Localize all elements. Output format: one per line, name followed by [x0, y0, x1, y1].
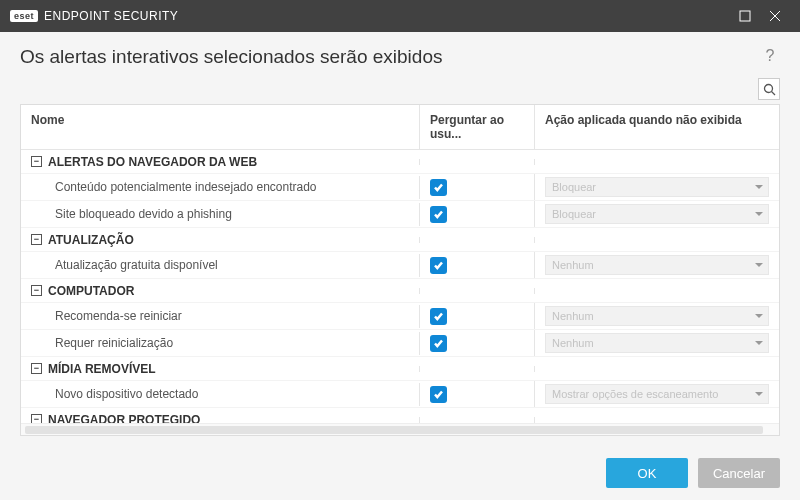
- collapse-icon[interactable]: −: [31, 285, 42, 296]
- alerts-table: Nome Perguntar ao usu... Ação aplicada q…: [20, 104, 780, 436]
- check-icon: [433, 338, 444, 349]
- ask-checkbox[interactable]: [430, 179, 447, 196]
- group-row[interactable]: −ATUALIZAÇÃO: [21, 228, 779, 252]
- column-header-name[interactable]: Nome: [21, 105, 419, 149]
- ask-checkbox[interactable]: [430, 257, 447, 274]
- brand-product: ENDPOINT SECURITY: [44, 9, 178, 23]
- item-row: Novo dispositivo detectadoMostrar opções…: [21, 381, 779, 408]
- check-icon: [433, 209, 444, 220]
- action-select-wrap: Bloquear: [545, 177, 769, 197]
- group-label: ALERTAS DO NAVEGADOR DA WEB: [48, 155, 257, 169]
- collapse-icon[interactable]: −: [31, 156, 42, 167]
- svg-point-1: [764, 84, 772, 92]
- check-icon: [433, 260, 444, 271]
- action-select-wrap: Nenhum: [545, 333, 769, 353]
- close-button[interactable]: [760, 0, 790, 32]
- table-header: Nome Perguntar ao usu... Ação aplicada q…: [21, 105, 779, 150]
- action-select-wrap: Bloquear: [545, 204, 769, 224]
- item-name: Requer reinicialização: [21, 333, 419, 353]
- ask-checkbox[interactable]: [430, 335, 447, 352]
- item-row: Site bloqueado devido a phishingBloquear: [21, 201, 779, 228]
- group-label: ATUALIZAÇÃO: [48, 233, 134, 247]
- action-select-wrap: Mostrar opções de escaneamento: [545, 384, 769, 404]
- action-select-wrap: Nenhum: [545, 306, 769, 326]
- item-name: Site bloqueado devido a phishing: [21, 204, 419, 224]
- minimize-icon: [739, 10, 751, 22]
- group-row[interactable]: −COMPUTADOR: [21, 279, 779, 303]
- ask-checkbox[interactable]: [430, 308, 447, 325]
- page-title: Os alertas interativos selecionados serã…: [20, 46, 760, 68]
- check-icon: [433, 311, 444, 322]
- item-row: Atualização gratuita disponívelNenhum: [21, 252, 779, 279]
- group-label: MÍDIA REMOVÍVEL: [48, 362, 156, 376]
- svg-line-2: [771, 91, 775, 95]
- action-select[interactable]: Nenhum: [545, 255, 769, 275]
- column-header-action[interactable]: Ação aplicada quando não exibida: [534, 105, 779, 149]
- search-button[interactable]: [758, 78, 780, 100]
- collapse-icon[interactable]: −: [31, 363, 42, 374]
- svg-rect-0: [740, 11, 750, 21]
- action-select-wrap: Nenhum: [545, 255, 769, 275]
- close-icon: [769, 10, 781, 22]
- ask-checkbox[interactable]: [430, 386, 447, 403]
- check-icon: [433, 182, 444, 193]
- item-row: Requer reinicializaçãoNenhum: [21, 330, 779, 357]
- dialog-header: Os alertas interativos selecionados serã…: [0, 32, 800, 76]
- group-row[interactable]: −ALERTAS DO NAVEGADOR DA WEB: [21, 150, 779, 174]
- action-select[interactable]: Bloquear: [545, 177, 769, 197]
- check-icon: [433, 389, 444, 400]
- column-header-ask[interactable]: Perguntar ao usu...: [419, 105, 534, 149]
- title-bar: eset ENDPOINT SECURITY: [0, 0, 800, 32]
- action-select[interactable]: Nenhum: [545, 306, 769, 326]
- ok-button[interactable]: OK: [606, 458, 688, 488]
- brand: eset ENDPOINT SECURITY: [10, 9, 178, 23]
- item-name: Recomenda-se reiniciar: [21, 306, 419, 326]
- item-name: Novo dispositivo detectado: [21, 384, 419, 404]
- table-body[interactable]: −ALERTAS DO NAVEGADOR DA WEBConteúdo pot…: [21, 150, 779, 423]
- cancel-button[interactable]: Cancelar: [698, 458, 780, 488]
- help-button[interactable]: ?: [760, 47, 780, 67]
- minimize-button[interactable]: [730, 0, 760, 32]
- ask-checkbox[interactable]: [430, 206, 447, 223]
- group-row[interactable]: −NAVEGADOR PROTEGIDO: [21, 408, 779, 423]
- action-select[interactable]: Bloquear: [545, 204, 769, 224]
- horizontal-scrollbar[interactable]: [21, 423, 779, 435]
- item-row: Conteúdo potencialmente indesejado encon…: [21, 174, 779, 201]
- group-label: NAVEGADOR PROTEGIDO: [48, 413, 200, 424]
- group-label: COMPUTADOR: [48, 284, 134, 298]
- brand-logo: eset: [10, 10, 38, 22]
- content-area: Nome Perguntar ao usu... Ação aplicada q…: [0, 76, 800, 446]
- collapse-icon[interactable]: −: [31, 414, 42, 423]
- dialog-footer: OK Cancelar: [0, 446, 800, 500]
- group-row[interactable]: −MÍDIA REMOVÍVEL: [21, 357, 779, 381]
- search-icon: [763, 83, 776, 96]
- item-name: Conteúdo potencialmente indesejado encon…: [21, 177, 419, 197]
- item-name: Atualização gratuita disponível: [21, 255, 419, 275]
- collapse-icon[interactable]: −: [31, 234, 42, 245]
- action-select[interactable]: Mostrar opções de escaneamento: [545, 384, 769, 404]
- item-row: Recomenda-se reiniciarNenhum: [21, 303, 779, 330]
- action-select[interactable]: Nenhum: [545, 333, 769, 353]
